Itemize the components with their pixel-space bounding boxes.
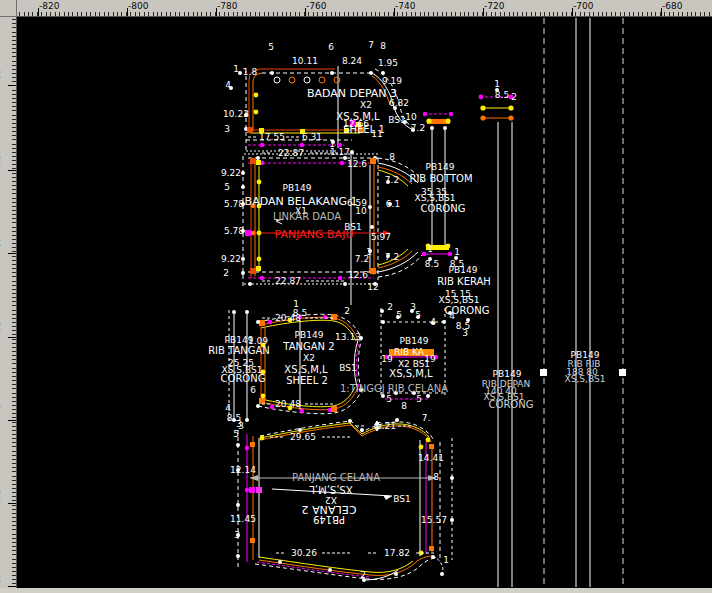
ruler-tick <box>12 160 16 161</box>
ruler-tick <box>12 571 16 572</box>
ruler-tick <box>12 202 16 203</box>
ruler-tick <box>161 12 162 16</box>
ruler-left-label: 20 <box>0 321 1 332</box>
ruler-tick <box>669 12 670 16</box>
ruler-tick <box>12 44 16 45</box>
ruler-tick <box>12 185 16 186</box>
ruler-tick <box>277 12 278 16</box>
ruler-tick <box>295 12 296 16</box>
ruler-tick <box>68 12 69 16</box>
pattern-cad-window: -820-800-780-760-740-720-700-680 8060402… <box>0 0 712 593</box>
ruler-tick <box>12 189 16 190</box>
ruler-major-tick <box>8 420 16 421</box>
ruler-tick <box>12 106 16 107</box>
ruler-tick <box>411 12 412 16</box>
ruler-tick <box>206 12 207 16</box>
ruler-tick <box>12 376 16 377</box>
ruler-top-label: -740 <box>395 1 415 11</box>
ruler-tick <box>12 480 16 481</box>
ruler-tick <box>477 12 478 16</box>
ruler-tick <box>99 12 100 16</box>
ruler-top-label: -820 <box>39 1 59 11</box>
ruler-tick <box>72 12 73 16</box>
ruler-tick <box>12 152 16 153</box>
ruler-tick <box>615 12 616 16</box>
ruler-tick <box>237 12 238 16</box>
ruler-tick <box>562 12 563 16</box>
ruler-tick <box>12 256 16 257</box>
ruler-tick <box>12 505 16 506</box>
ruler-major-tick <box>8 337 16 338</box>
ruler-top-label: -700 <box>573 1 593 11</box>
ruler-tick <box>104 12 105 16</box>
ruler-tick <box>433 12 434 16</box>
ruler-tick <box>12 156 16 157</box>
ruler-tick <box>526 12 527 16</box>
ruler-tick <box>406 12 407 16</box>
ruler-tick <box>77 12 78 16</box>
ruler-tick <box>12 90 16 91</box>
ruler-tick <box>602 12 603 16</box>
ruler-tick <box>12 500 16 501</box>
ruler-tick <box>384 12 385 16</box>
ruler-vertical[interactable]: 806040200-20-40 <box>0 17 17 588</box>
ruler-tick <box>12 102 16 103</box>
ruler-tick <box>12 372 16 373</box>
ruler-tick <box>638 12 639 16</box>
ruler-tick <box>264 12 265 16</box>
ruler-tick <box>402 12 403 16</box>
ruler-tick <box>12 36 16 37</box>
ruler-tick <box>317 12 318 16</box>
ruler-left-label: -40 <box>0 570 1 585</box>
ruler-tick <box>12 579 16 580</box>
ruler-tick <box>12 368 16 369</box>
ruler-tick <box>117 12 118 16</box>
ruler-tick <box>553 12 554 16</box>
ruler-tick <box>12 268 16 269</box>
ruler-tick <box>170 12 171 16</box>
ruler-tick <box>322 12 323 16</box>
ruler-tick <box>704 12 705 16</box>
ruler-tick <box>12 260 16 261</box>
ruler-tick <box>12 442 16 443</box>
ruler-tick <box>12 243 16 244</box>
ruler-tick <box>633 12 634 16</box>
ruler-tick <box>113 12 114 16</box>
ruler-tick <box>12 77 16 78</box>
ruler-tick <box>344 12 345 16</box>
ruler-tick <box>664 12 665 16</box>
ruler-tick <box>12 32 16 33</box>
ruler-tick <box>642 12 643 16</box>
ruler-tick <box>153 12 154 16</box>
ruler-tick <box>290 12 291 16</box>
ruler-tick <box>228 12 229 16</box>
horizontal-scrollbar[interactable] <box>0 588 712 593</box>
ruler-tick <box>357 12 358 16</box>
ruler-tick <box>313 12 314 16</box>
ruler-tick <box>647 12 648 16</box>
ruler-tick <box>375 12 376 16</box>
ruler-tick <box>593 12 594 16</box>
ruler-tick <box>12 405 16 406</box>
ruler-tick <box>12 413 16 414</box>
ruler-tick <box>12 397 16 398</box>
ruler-horizontal[interactable]: -820-800-780-760-740-720-700-680 <box>17 0 712 17</box>
ruler-tick <box>12 110 16 111</box>
ruler-tick <box>12 438 16 439</box>
ruler-tick <box>624 12 625 16</box>
drawing-canvas[interactable] <box>17 17 712 588</box>
ruler-tick <box>12 513 16 514</box>
ruler-tick <box>55 12 56 16</box>
ruler-tick <box>12 48 16 49</box>
ruler-tick <box>473 12 474 16</box>
ruler-tick <box>12 484 16 485</box>
ruler-tick <box>12 334 16 335</box>
ruler-tick <box>682 12 683 16</box>
ruler-tick <box>451 12 452 16</box>
ruler-tick <box>12 19 16 20</box>
ruler-tick <box>12 198 16 199</box>
ruler-tick <box>12 231 16 232</box>
ruler-tick <box>504 12 505 16</box>
ruler-tick <box>424 12 425 16</box>
ruler-left-label: 40 <box>0 237 1 248</box>
